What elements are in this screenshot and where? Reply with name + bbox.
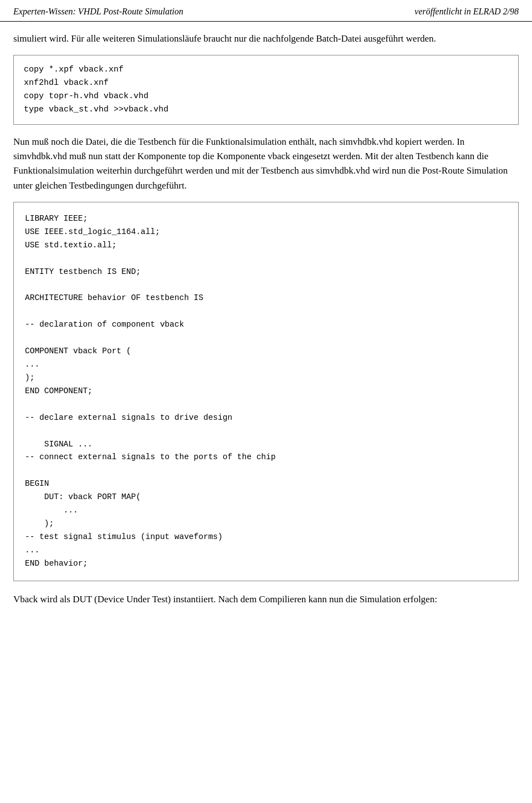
code-block-batch-text: copy *.xpf vback.xnf xnf2hdl vback.xnf c… xyxy=(24,65,168,114)
code-block-vhdl-text: LIBRARY IEEE; USE IEEE.std_logic_1164.al… xyxy=(25,214,275,568)
footer-text: Vback wird als DUT (Device Under Test) i… xyxy=(13,592,519,607)
body-text-1: Nun muß noch die Datei, die die Testbenc… xyxy=(13,135,519,193)
intro-paragraph: simuliert wird. Für alle weiteren Simula… xyxy=(13,32,519,46)
header-title-right: veröffentlicht in ELRAD 2/98 xyxy=(415,7,519,17)
code-block-batch: copy *.xpf vback.xnf xnf2hdl vback.xnf c… xyxy=(13,55,519,125)
code-block-vhdl: LIBRARY IEEE; USE IEEE.std_logic_1164.al… xyxy=(13,202,519,581)
page-content: simuliert wird. Für alle weiteren Simula… xyxy=(0,32,532,620)
page-header: Experten-Wissen: VHDL Post-Route Simulat… xyxy=(0,0,532,22)
header-title-left: Experten-Wissen: VHDL Post-Route Simulat… xyxy=(13,7,183,17)
